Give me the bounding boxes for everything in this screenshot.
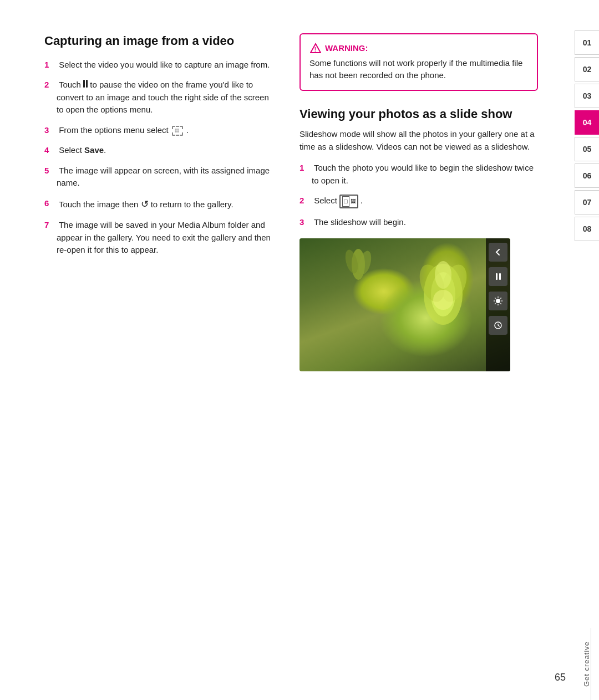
tab-07[interactable]: 07 <box>575 190 599 214</box>
step-text: From the options menu select ▤ . <box>57 124 189 137</box>
page-wrapper: Capturing an image from a video 1 Select… <box>0 0 599 700</box>
svg-line-18 <box>495 303 495 304</box>
tab-label: 02 <box>583 65 592 74</box>
right-steps-list: 1 Touch the photo you would like to begi… <box>300 162 538 228</box>
tab-label: 01 <box>583 38 592 47</box>
list-item: 3 From the options menu select ▤ . <box>44 124 277 137</box>
list-item: 2 Touch to pause the video on the frame … <box>44 79 277 116</box>
step-number: 1 <box>44 59 57 71</box>
list-item: 3 The slideshow will begin. <box>300 216 538 229</box>
svg-point-5 <box>435 261 451 289</box>
step-text: Touch the image then ↺ to return to the … <box>57 197 233 212</box>
svg-line-16 <box>500 303 501 304</box>
flower-bud <box>342 245 375 284</box>
main-content: Capturing an image from a video 1 Select… <box>0 0 570 700</box>
pause-bar-right <box>499 273 501 280</box>
left-column: Capturing an image from a video 1 Select… <box>44 33 277 667</box>
phone-brightness-button[interactable] <box>489 292 507 310</box>
step-number: 3 <box>300 216 312 229</box>
tab-label: 07 <box>583 198 592 207</box>
flower-illustration <box>415 258 471 330</box>
left-section-title: Capturing an image from a video <box>44 33 277 49</box>
step-text: The image will appear on screen, with it… <box>57 165 277 190</box>
list-item: 6 Touch the image then ↺ to return to th… <box>44 197 277 212</box>
phone-controls-sidebar <box>486 238 510 371</box>
step-text: Select □ 🖼 . <box>312 195 363 208</box>
get-creative-label: Get creative <box>582 628 591 700</box>
warning-triangle-icon: ! <box>309 42 322 54</box>
step-text: Touch to pause the video on the frame yo… <box>57 79 277 116</box>
tab-label: 08 <box>583 224 592 233</box>
step-number: 5 <box>44 165 57 177</box>
step-number: 2 <box>44 79 57 91</box>
step-number: 4 <box>44 144 57 157</box>
warning-label: WARNING: <box>325 42 368 55</box>
tab-label: 03 <box>583 91 592 100</box>
save-frame-icon: ▤ <box>172 126 183 136</box>
right-sidebar: 01 02 03 04 05 06 07 <box>570 0 599 700</box>
tabs-container: 01 02 03 04 05 06 07 <box>575 30 599 700</box>
list-item: 1 Touch the photo you would like to begi… <box>300 162 538 187</box>
step-text: Select the video you would like to captu… <box>57 59 270 71</box>
svg-point-10 <box>496 299 500 303</box>
warning-box: ! WARNING: Some functions will not work … <box>300 33 538 91</box>
step-number: 6 <box>44 197 57 210</box>
back-arrow-icon: ↺ <box>141 197 149 212</box>
warning-body: Some functions will not work properly if… <box>309 57 528 82</box>
step-text: The slideshow will begin. <box>312 216 406 229</box>
page-number: 65 <box>555 672 566 683</box>
warning-title: ! WARNING: <box>309 42 528 55</box>
phone-image-inner <box>300 238 510 371</box>
tab-08[interactable]: 08 <box>575 217 599 241</box>
phone-screenshot <box>300 238 510 371</box>
right-section-title: Viewing your photos as a slide show <box>300 106 538 122</box>
svg-line-15 <box>495 298 495 298</box>
svg-point-6 <box>433 290 453 310</box>
phone-pause-button[interactable] <box>489 267 507 286</box>
step-number: 7 <box>44 219 57 232</box>
tab-03[interactable]: 03 <box>575 84 599 108</box>
inner-frame-icon: □ <box>342 196 349 207</box>
phone-timer-button[interactable] <box>489 316 507 335</box>
pause-bars-icon <box>496 273 501 280</box>
list-item: 7 The image will be saved in your Media … <box>44 219 277 257</box>
left-steps-list: 1 Select the video you would like to cap… <box>44 59 277 257</box>
tab-05[interactable]: 05 <box>575 137 599 161</box>
tab-label: 04 <box>583 118 592 127</box>
svg-text:!: ! <box>314 47 316 53</box>
svg-line-21 <box>498 325 500 326</box>
tab-label: 05 <box>583 145 592 154</box>
list-item: 1 Select the video you would like to cap… <box>44 59 277 71</box>
slideshow-icon: □ 🖼 <box>339 195 358 208</box>
step-number: 3 <box>44 124 57 137</box>
step-text: Select Save. <box>57 144 106 157</box>
tab-01[interactable]: 01 <box>575 30 599 55</box>
list-item: 2 Select □ 🖼 . <box>300 195 538 208</box>
slideshow-description: Slideshow mode will show all the photos … <box>300 128 538 153</box>
tab-04[interactable]: 04 <box>575 110 599 135</box>
step-text: The image will be saved in your Media Al… <box>57 219 277 257</box>
tab-label: 06 <box>583 171 592 180</box>
chapter-tabs: 01 02 03 04 05 06 07 <box>575 30 599 242</box>
inner-image-icon: 🖼 <box>351 198 356 206</box>
list-item: 4 Select Save. <box>44 144 277 157</box>
phone-back-button[interactable] <box>489 243 507 262</box>
step-text: Touch the photo you would like to begin … <box>312 162 538 187</box>
tab-02[interactable]: 02 <box>575 57 599 81</box>
right-column: ! WARNING: Some functions will not work … <box>300 33 538 667</box>
pause-bar-left <box>496 273 498 280</box>
step-number: 1 <box>300 162 312 175</box>
svg-line-17 <box>500 298 501 298</box>
pause-icon <box>83 80 88 88</box>
list-item: 5 The image will appear on screen, with … <box>44 165 277 190</box>
tab-06[interactable]: 06 <box>575 163 599 188</box>
step-number: 2 <box>300 195 312 207</box>
flower-background <box>300 238 510 371</box>
